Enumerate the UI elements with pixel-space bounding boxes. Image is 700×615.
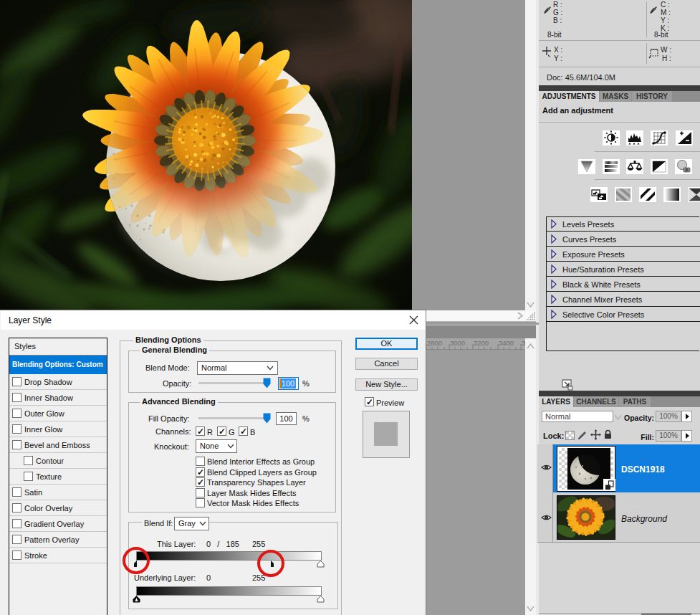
svg-text:3200: 3200 [474,339,489,347]
svg-text:3400: 3400 [499,339,514,347]
svg-text:3000: 3000 [450,339,465,347]
svg-text:2800: 2800 [427,339,442,347]
